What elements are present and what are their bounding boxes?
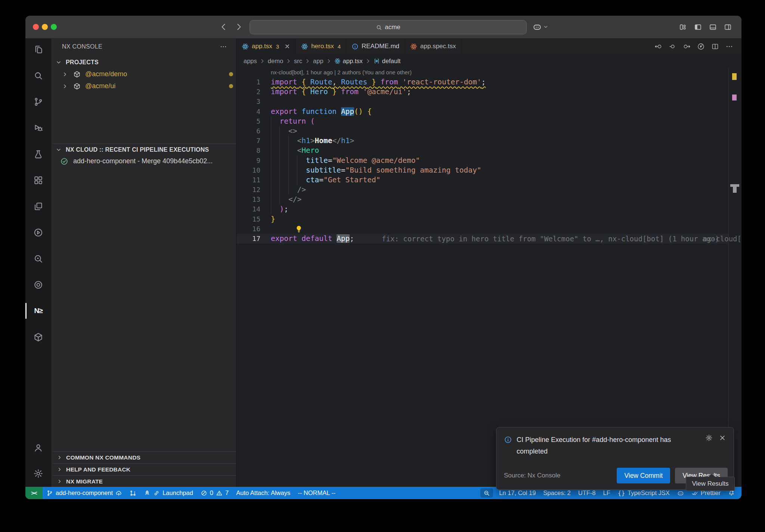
- vim-mode-status[interactable]: -- NORMAL --: [294, 487, 339, 499]
- breadcrumb-item[interactable]: src: [294, 58, 302, 65]
- code-line-8[interactable]: 8 <Hero: [236, 146, 728, 155]
- customize-layout-icon[interactable]: [679, 23, 687, 31]
- indent-guide: [271, 175, 271, 185]
- tab-README-md[interactable]: README.md: [346, 38, 405, 54]
- activity-item-nx-console[interactable]: N≥: [25, 302, 51, 320]
- code-line-14[interactable]: 14 );: [236, 204, 728, 214]
- nx-cloud-section-header[interactable]: NX CLOUD :: RECENT CI PIPELINE EXECUTION…: [52, 144, 240, 155]
- indent-guide: [279, 156, 280, 166]
- history-forward-icon[interactable]: [235, 23, 243, 31]
- tab-app-spec-tsx[interactable]: app.spec.tsx: [405, 38, 461, 54]
- activity-item-testing[interactable]: [25, 145, 51, 163]
- sidebar: NX CONSOLE PROJECTS@acme/demo@acme/uiNX …: [52, 38, 236, 487]
- activity-item-run-and-debug[interactable]: [25, 119, 51, 137]
- remote-indicator[interactable]: ><: [25, 487, 43, 499]
- code-line-1[interactable]: 1import { Route, Routes } from 'react-ro…: [236, 77, 728, 87]
- nav-dot-icon[interactable]: [669, 43, 676, 50]
- breadcrumb-item[interactable]: app: [313, 58, 323, 65]
- projects-section-header[interactable]: PROJECTS: [52, 56, 240, 68]
- minimap-border: [728, 68, 729, 487]
- tab-label: app.tsx: [252, 43, 272, 50]
- git-graph-icon: [130, 490, 136, 497]
- line-number: 13: [236, 195, 260, 204]
- nav-back-icon[interactable]: [654, 43, 662, 50]
- activity-item-search[interactable]: [25, 66, 51, 84]
- code-line-2[interactable]: 2import { Hero } from '@acme/ui';: [236, 87, 728, 97]
- breadcrumb-symbol[interactable]: default: [382, 58, 401, 65]
- nav-forward-icon[interactable]: [683, 43, 691, 50]
- breadcrumb-item[interactable]: demo: [268, 58, 283, 65]
- breadcrumb-file[interactable]: app.tsx: [343, 58, 363, 65]
- activity-item-source-control[interactable]: [25, 93, 51, 111]
- section-divider: [52, 143, 236, 144]
- launchpad-button[interactable]: Launchpad: [140, 487, 197, 499]
- collapsed-section-help-and-feedback[interactable]: HELP AND FEEDBACK: [52, 463, 236, 475]
- breadcrumb-item[interactable]: apps: [244, 58, 257, 65]
- code-line-6[interactable]: 6 <>: [236, 126, 728, 136]
- zoom-indicator[interactable]: [480, 488, 493, 498]
- tab-hero-tsx[interactable]: hero.tsx4: [296, 38, 346, 54]
- activity-item-code-inspect[interactable]: [25, 250, 51, 267]
- code-line-3[interactable]: 3: [236, 97, 728, 106]
- indent-guide: [271, 146, 271, 155]
- zoom-window-button[interactable]: [51, 24, 57, 30]
- collapsed-section-common-nx-commands[interactable]: COMMON NX COMMANDS: [52, 451, 236, 463]
- toggle-primary-sidebar-icon[interactable]: [694, 23, 702, 31]
- activity-item-explorer[interactable]: [25, 40, 51, 58]
- branch-status[interactable]: add-hero-component: [43, 487, 126, 499]
- lightbulb-icon[interactable]: [295, 225, 303, 233]
- code-text: </>: [271, 195, 301, 204]
- code-line-15[interactable]: 15}: [236, 214, 728, 224]
- code-line-9[interactable]: 9 title="Welcome @acme/demo": [236, 156, 728, 166]
- view-commit-button[interactable]: View Commit: [617, 468, 670, 483]
- indent-guide: [288, 146, 289, 155]
- codelens-blame[interactable]: nx-cloud[bot], 1 hour ago | 2 authors (Y…: [236, 68, 741, 77]
- activity-item-extensions[interactable]: [25, 171, 51, 189]
- code-line-16[interactable]: 16: [236, 224, 728, 234]
- command-center-search[interactable]: acme: [250, 20, 527, 34]
- git-graph-button[interactable]: [126, 487, 140, 499]
- toggle-panel-icon[interactable]: [709, 23, 717, 31]
- problems-status[interactable]: 07: [197, 487, 232, 499]
- pipeline-execution-item[interactable]: add-hero-component - Merge 409b44e5cb02.…: [52, 155, 245, 167]
- notification-message: CI Pipeline Execution for #add-hero-comp…: [517, 434, 681, 457]
- close-window-button[interactable]: [33, 24, 39, 30]
- activity-item-settings[interactable]: [25, 464, 51, 482]
- code-line-17[interactable]: 17export default App;fix: correct typo i…: [236, 234, 728, 244]
- code-line-4[interactable]: 4export function App() {: [236, 107, 728, 117]
- project-item[interactable]: @acme/demo: [52, 68, 247, 80]
- line-number: 10: [236, 166, 260, 175]
- activity-item-gitlens[interactable]: [25, 276, 51, 294]
- collapsed-section-nx-migrate[interactable]: NX MIGRATE: [52, 475, 236, 487]
- code-line-11[interactable]: 11 cta="Get Started": [236, 175, 728, 185]
- split-icon[interactable]: [711, 43, 719, 50]
- notification-close-icon[interactable]: [719, 434, 726, 442]
- activity-item-run-circle[interactable]: [25, 223, 51, 241]
- close-icon[interactable]: [284, 43, 290, 49]
- toggle-secondary-sidebar-icon[interactable]: [724, 23, 732, 31]
- run-editor-icon[interactable]: [697, 43, 705, 50]
- line-number: 16: [236, 224, 260, 234]
- code-area[interactable]: nx-cloud[bot], 1 hour ago | 2 authors (Y…: [236, 68, 741, 244]
- warning-squiggle: import { Route, Routes } from 'react-rou…: [271, 78, 486, 86]
- code-text: <Hero: [271, 146, 319, 155]
- notification-settings-icon[interactable]: [705, 434, 713, 442]
- project-label: @acme/demo: [85, 70, 127, 78]
- code-line-5[interactable]: 5 return (: [236, 117, 728, 126]
- history-back-icon[interactable]: [220, 23, 228, 31]
- code-line-10[interactable]: 10 subtitle="Build something amazing tod…: [236, 166, 728, 175]
- more-actions-icon[interactable]: [220, 43, 227, 50]
- activity-item-package-explorer[interactable]: [25, 328, 51, 346]
- copilot-menu[interactable]: [533, 16, 548, 38]
- tab-app-tsx[interactable]: app.tsx3: [236, 38, 296, 54]
- indent-guide: [297, 175, 297, 185]
- activity-item-remote-explorer[interactable]: [25, 197, 51, 215]
- project-item[interactable]: @acme/ui: [52, 80, 247, 92]
- auto-attach-status[interactable]: Auto Attach: Always: [232, 487, 294, 499]
- code-line-12[interactable]: 12 />: [236, 185, 728, 195]
- code-line-7[interactable]: 7 <h1>Home</h1>: [236, 136, 728, 146]
- ellipsis-icon[interactable]: [725, 43, 733, 50]
- activity-item-accounts[interactable]: [25, 439, 51, 457]
- code-line-13[interactable]: 13 </>: [236, 195, 728, 204]
- minimize-window-button[interactable]: [42, 24, 48, 30]
